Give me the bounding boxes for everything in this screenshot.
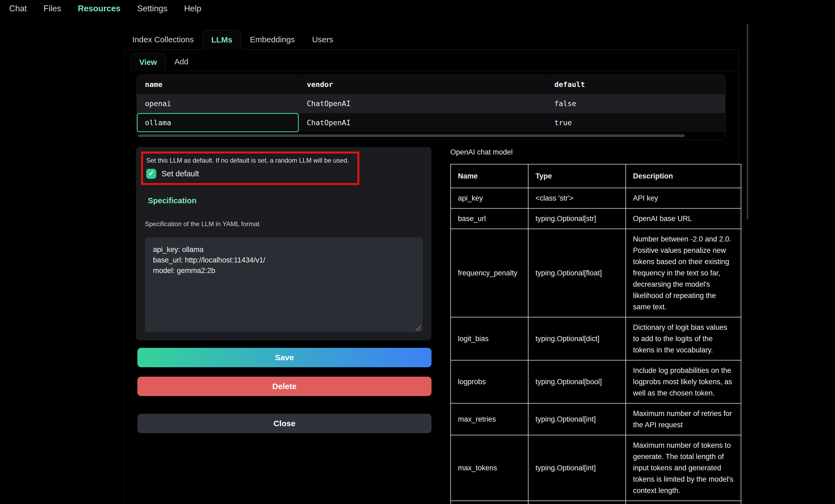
model-doc-title: OpenAI chat model bbox=[450, 148, 741, 156]
llm-list-table: name vendor default openai ChatOpenAI fa… bbox=[137, 75, 725, 132]
tab-embeddings[interactable]: Embeddings bbox=[242, 30, 303, 49]
doc-param-description bbox=[626, 501, 741, 504]
doc-param-name bbox=[451, 501, 528, 504]
doc-row-cutoff bbox=[451, 501, 741, 504]
doc-row-logprobs: logprobs typing.Optional[bool] Include l… bbox=[451, 360, 741, 403]
doc-param-description: Maximum number of retries for the API re… bbox=[626, 403, 741, 435]
tab-index-collections[interactable]: Index Collections bbox=[124, 30, 202, 49]
doc-param-name: max_retries bbox=[451, 403, 528, 435]
doc-param-type: typing.Optional[float] bbox=[528, 229, 626, 317]
view-add-subtabs: View Add bbox=[130, 53, 738, 71]
model-doc-table: Name Type Description api_key <class 'st… bbox=[450, 164, 741, 504]
detail-columns: Set this LLM as default. If no default i… bbox=[136, 147, 738, 504]
doc-param-description: Number between -2.0 and 2.0. Positive va… bbox=[626, 229, 741, 317]
set-default-hint: Set this LLM as default. If no default i… bbox=[146, 156, 353, 165]
llm-list-card: name vendor default openai ChatOpenAI fa… bbox=[137, 75, 726, 140]
llm-cell-default: true bbox=[546, 113, 725, 132]
llm-col-vendor: vendor bbox=[299, 75, 546, 94]
llm-detail-column: Set this LLM as default. If no default i… bbox=[136, 147, 431, 433]
tab-users[interactable]: Users bbox=[304, 30, 341, 49]
nav-item-settings[interactable]: Settings bbox=[137, 4, 167, 14]
llm-row-openai[interactable]: openai ChatOpenAI false bbox=[137, 94, 725, 113]
nav-item-files[interactable]: Files bbox=[43, 4, 61, 14]
nav-item-help[interactable]: Help bbox=[184, 4, 201, 14]
doc-param-type: typing.Optional[int] bbox=[528, 403, 626, 435]
doc-row-logit-bias: logit_bias typing.Optional[dict] Diction… bbox=[451, 317, 741, 360]
doc-col-type: Type bbox=[528, 164, 626, 188]
llm-col-name: name bbox=[137, 75, 299, 94]
doc-row-base-url: base_url typing.Optional[str] OpenAI bas… bbox=[451, 208, 741, 229]
doc-param-type: typing.Optional[dict] bbox=[528, 317, 626, 360]
nav-item-chat[interactable]: Chat bbox=[9, 4, 27, 14]
doc-param-name: max_tokens bbox=[451, 435, 528, 501]
nav-item-resources[interactable]: Resources bbox=[78, 4, 121, 14]
specification-editor-wrap: api_key: ollama base_url: http://localho… bbox=[145, 237, 423, 333]
horizontal-scrollbar-thumb[interactable] bbox=[138, 134, 685, 137]
delete-button[interactable]: Delete bbox=[137, 377, 431, 396]
doc-param-name: logprobs bbox=[451, 360, 528, 403]
top-nav: Chat Files Resources Settings Help bbox=[9, 4, 201, 14]
model-doc-column: OpenAI chat model Name Type Description … bbox=[450, 147, 741, 504]
llm-cell-default: false bbox=[546, 94, 725, 113]
close-button[interactable]: Close bbox=[137, 414, 431, 433]
set-default-row: ✓ Set default bbox=[146, 169, 353, 179]
doc-header-row: Name Type Description bbox=[451, 164, 741, 188]
doc-row-api-key: api_key <class 'str'> API key bbox=[451, 188, 741, 208]
specification-caption: Specification of the LLM in YAML format bbox=[145, 220, 431, 228]
llm-cell-vendor: ChatOpenAI bbox=[299, 94, 546, 113]
llms-panel: View Add name vendor default openai Chat… bbox=[124, 49, 739, 504]
llm-cell-name-selected: ollama bbox=[137, 113, 299, 132]
doc-col-name: Name bbox=[451, 164, 528, 188]
doc-param-description: Dictionary of logit bias values to add t… bbox=[626, 317, 741, 360]
doc-param-name: base_url bbox=[451, 208, 528, 229]
llm-row-ollama[interactable]: ollama ChatOpenAI true bbox=[137, 113, 725, 132]
doc-row-max-retries: max_retries typing.Optional[int] Maximum… bbox=[451, 403, 741, 435]
resource-tabs: Index Collections LLMs Embeddings Users bbox=[124, 30, 341, 49]
save-button[interactable]: Save bbox=[137, 348, 431, 367]
llm-cell-name: openai bbox=[137, 94, 299, 113]
doc-param-name: api_key bbox=[451, 188, 528, 208]
subtab-view[interactable]: View bbox=[130, 53, 166, 71]
vertical-scrollbar-thumb[interactable] bbox=[747, 24, 748, 219]
doc-param-type: typing.Optional[int] bbox=[528, 435, 626, 501]
llm-cell-vendor: ChatOpenAI bbox=[299, 113, 546, 132]
doc-param-description: Include log probabilities on the logprob… bbox=[626, 360, 741, 403]
specification-yaml-input[interactable]: api_key: ollama base_url: http://localho… bbox=[145, 237, 423, 332]
llm-col-default: default bbox=[546, 75, 725, 94]
red-annotation-box: Set this LLM as default. If no default i… bbox=[141, 152, 359, 185]
doc-row-max-tokens: max_tokens typing.Optional[int] Maximum … bbox=[451, 435, 741, 501]
doc-col-description: Description bbox=[626, 164, 741, 188]
doc-param-name: frequency_penalty bbox=[451, 229, 528, 317]
doc-param-type: typing.Optional[str] bbox=[528, 208, 626, 229]
doc-param-type bbox=[528, 501, 626, 504]
set-default-checkbox[interactable]: ✓ bbox=[146, 169, 156, 179]
check-icon: ✓ bbox=[148, 170, 154, 177]
set-default-label: Set default bbox=[162, 169, 199, 178]
specification-heading: Specification bbox=[148, 196, 431, 205]
llm-detail-card: Set this LLM as default. If no default i… bbox=[136, 147, 431, 340]
subtab-add[interactable]: Add bbox=[166, 53, 197, 71]
doc-row-frequency-penalty: frequency_penalty typing.Optional[float]… bbox=[451, 229, 741, 317]
doc-param-type: <class 'str'> bbox=[528, 188, 626, 208]
doc-param-description: OpenAI base URL bbox=[626, 208, 741, 229]
tab-llms[interactable]: LLMs bbox=[203, 30, 241, 49]
doc-param-type: typing.Optional[bool] bbox=[528, 360, 626, 403]
llm-table-header-row: name vendor default bbox=[137, 75, 725, 94]
doc-param-description: Maximum number of tokens to generate. Th… bbox=[626, 435, 741, 501]
doc-param-description: API key bbox=[626, 188, 741, 208]
doc-param-name: logit_bias bbox=[451, 317, 528, 360]
